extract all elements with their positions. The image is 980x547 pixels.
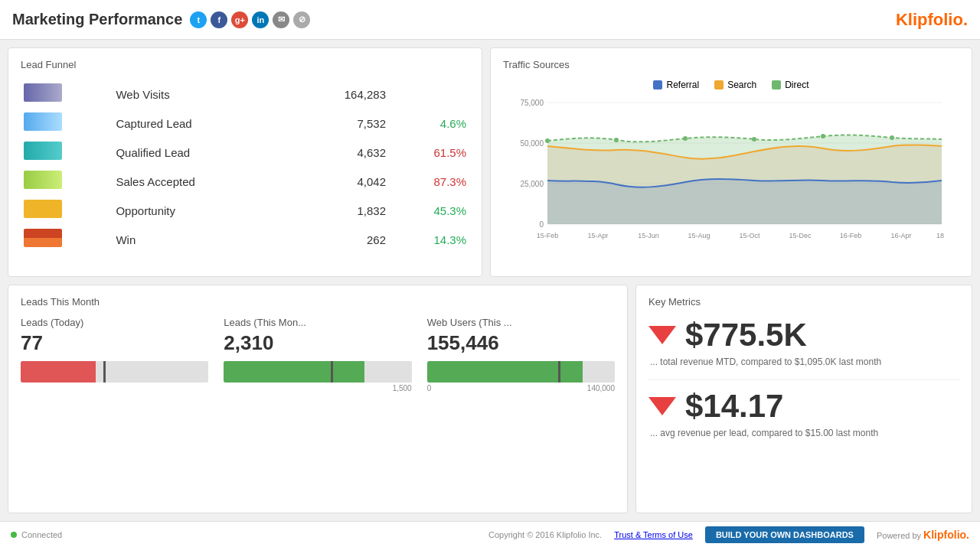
- win-color: [24, 229, 62, 247]
- funnel-label: Web Visits: [113, 80, 289, 109]
- leads-month-title: Leads This Month: [21, 296, 615, 308]
- direct-dot: [683, 136, 688, 141]
- traffic-title: Traffic Sources: [503, 59, 959, 70]
- direct-dot: [614, 138, 619, 142]
- social-icons: t f g+ in ✉ ⊘: [190, 11, 310, 28]
- qualified-color: [24, 142, 62, 160]
- avg-revenue-down-arrow: [648, 397, 676, 415]
- web-users-progress: [427, 361, 615, 383]
- table-row: Win 262 14.3%: [21, 225, 469, 254]
- svg-text:15-Feb: 15-Feb: [537, 232, 559, 239]
- leads-today-marker: [103, 361, 106, 383]
- direct-dot: [821, 134, 825, 138]
- web-users-label: Web Users (This ...: [427, 317, 615, 328]
- leads-this-month-card: Leads This Month Leads (Today) 77: [8, 285, 628, 514]
- svg-text:15-Apr: 15-Apr: [587, 232, 608, 239]
- svg-text:16-Feb: 16-Feb: [840, 232, 862, 239]
- svg-text:16-Apr: 16-Apr: [890, 232, 911, 239]
- header: Marketing Performance t f g+ in ✉ ⊘ Klip…: [0, 0, 980, 40]
- connected-indicator: [11, 532, 17, 538]
- header-left: Marketing Performance t f g+ in ✉ ⊘: [12, 11, 310, 28]
- logo: Klipfolio.: [896, 10, 968, 30]
- avg-revenue-row: $14.17: [648, 388, 959, 425]
- lead-funnel-card: Lead Funnel Web Visits 164,283 Captured …: [8, 47, 482, 277]
- revenue-desc: ... total revenue MTD, compared to $1,09…: [648, 357, 959, 367]
- web-users-value: 155,446: [427, 331, 615, 355]
- leads-month-value: 2,310: [224, 331, 411, 355]
- revenue-down-arrow: [648, 326, 676, 344]
- legend-direct: Direct: [772, 80, 808, 90]
- referral-color: [653, 80, 662, 90]
- leads-today-block: Leads (Today) 77: [21, 317, 208, 392]
- leads-month-block: Leads (This Mon... 2,310 1,500: [224, 317, 411, 392]
- twitter-icon[interactable]: t: [190, 11, 207, 28]
- funnel-value: 7,532: [290, 109, 389, 138]
- table-row: Web Visits 164,283: [21, 80, 469, 109]
- traffic-sources-card: Traffic Sources Referral Search Direct: [490, 47, 972, 277]
- table-row: Opportunity 1,832 45.3%: [21, 196, 469, 225]
- table-row: Sales Accepted 4,042 87.3%: [21, 167, 469, 196]
- avg-revenue-desc: ... avg revenue per lead, compared to $1…: [648, 428, 959, 438]
- funnel-pct: 4.6%: [389, 109, 469, 138]
- referral-area: [547, 179, 942, 224]
- terms-link[interactable]: Trust & Terms of Use: [614, 530, 693, 539]
- funnel-pct: 14.3%: [389, 225, 469, 254]
- lead-funnel-title: Lead Funnel: [21, 59, 469, 70]
- search-label: Search: [727, 80, 756, 90]
- funnel-value: 1,832: [290, 196, 389, 225]
- direct-color: [772, 80, 781, 90]
- funnel-label: Win: [113, 225, 289, 254]
- traffic-chart: 75,000 50,000 25,000 0: [503, 96, 959, 242]
- build-dashboards-button[interactable]: BUILD YOUR OWN DASHBOARDS: [705, 526, 864, 543]
- legend-referral: Referral: [653, 80, 699, 90]
- funnel-table: Web Visits 164,283 Captured Lead 7,532 4…: [21, 80, 469, 254]
- connected-label: Connected: [21, 530, 62, 539]
- legend-search: Search: [714, 80, 756, 90]
- top-row: Lead Funnel Web Visits 164,283 Captured …: [8, 47, 972, 277]
- chart-legend: Referral Search Direct: [503, 80, 959, 90]
- svg-text:15-Oct: 15-Oct: [739, 232, 760, 239]
- key-metrics-card: Key Metrics $775.5K ... total revenue MT…: [635, 285, 972, 514]
- footer-right: Copyright © 2016 Klipfolio Inc. Trust & …: [488, 526, 969, 543]
- search-color: [714, 80, 724, 90]
- linkedin-icon[interactable]: in: [252, 11, 269, 28]
- funnel-value: 164,283: [290, 80, 389, 109]
- main-content: Lead Funnel Web Visits 164,283 Captured …: [0, 40, 980, 521]
- revenue-value: $775.5K: [685, 317, 807, 353]
- svg-text:15-Aug: 15-Aug: [688, 232, 710, 239]
- funnel-label: Captured Lead: [113, 109, 289, 138]
- powered-by: Powered by Klipfolio.: [877, 529, 969, 541]
- metrics-row: Leads (Today) 77 Leads (This Mon... 2,31…: [21, 317, 615, 392]
- sales-color: [24, 171, 62, 189]
- web-visits-color: [24, 83, 62, 102]
- leads-month-labels: 1,500: [224, 384, 411, 392]
- direct-label: Direct: [785, 80, 808, 90]
- svg-text:15-Jun: 15-Jun: [638, 232, 659, 239]
- svg-text:18: 18: [936, 232, 944, 239]
- funnel-value: 262: [290, 225, 389, 254]
- avg-revenue-value: $14.17: [685, 388, 783, 425]
- leads-today-bar: [21, 361, 96, 383]
- funnel-label: Opportunity: [113, 196, 289, 225]
- email-icon[interactable]: ✉: [273, 11, 289, 28]
- bottom-row: Leads This Month Leads (Today) 77: [8, 285, 972, 514]
- table-row: Captured Lead 7,532 4.6%: [21, 109, 469, 138]
- funnel-value: 4,632: [290, 138, 389, 167]
- funnel-pct: [389, 80, 469, 109]
- footer-left: Connected: [11, 530, 62, 539]
- google-icon[interactable]: g+: [231, 11, 248, 28]
- web-users-block: Web Users (This ... 155,446 0 140,000: [427, 317, 615, 392]
- key-metrics-title: Key Metrics: [648, 296, 959, 308]
- footer: Connected Copyright © 2016 Klipfolio Inc…: [0, 521, 980, 547]
- leads-month-marker: [331, 361, 333, 383]
- svg-text:0: 0: [539, 220, 544, 229]
- facebook-icon[interactable]: f: [211, 11, 227, 28]
- link-icon[interactable]: ⊘: [293, 11, 310, 28]
- web-users-labels: 0 140,000: [427, 384, 615, 392]
- page-title: Marketing Performance: [12, 11, 182, 28]
- funnel-value: 4,042: [290, 167, 389, 196]
- leads-today-progress: [21, 361, 208, 383]
- metrics-divider: [648, 379, 959, 380]
- leads-today-label: Leads (Today): [21, 317, 208, 328]
- leads-today-value: 77: [21, 331, 208, 355]
